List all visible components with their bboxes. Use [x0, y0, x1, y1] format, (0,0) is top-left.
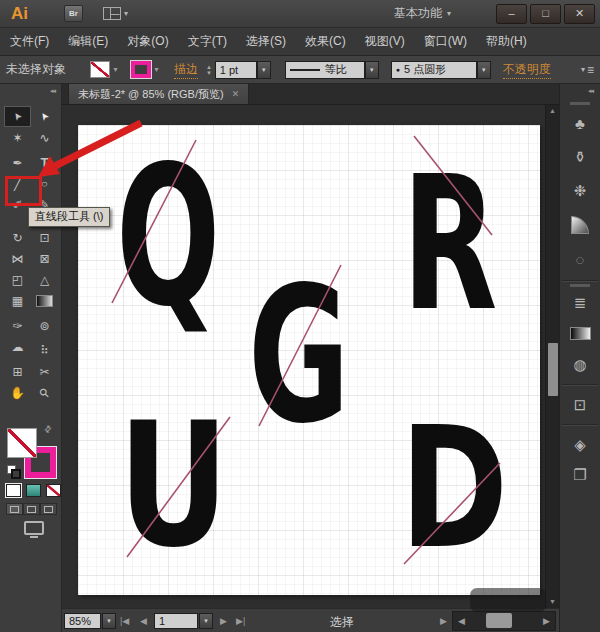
fill-color-proxy[interactable]: [7, 428, 37, 458]
vertical-scroll-thumb[interactable]: [548, 343, 558, 396]
tool-shape-builder[interactable]: ◰: [4, 269, 31, 290]
status-expand-icon[interactable]: ▶: [440, 616, 447, 626]
brush-dropdown[interactable]: ▼: [477, 61, 491, 79]
panel-gradient-quarter[interactable]: [560, 212, 600, 238]
tool-eyedropper[interactable]: ✑: [4, 315, 31, 336]
tool-perspective-grid[interactable]: △: [31, 269, 58, 290]
panel-transparency[interactable]: ◍: [560, 352, 600, 378]
tool-lasso[interactable]: ∿: [31, 127, 58, 148]
stroke-color-swatch[interactable]: [131, 61, 151, 78]
width-profile-select[interactable]: 等比: [285, 61, 365, 79]
collapse-panel-icon[interactable]: ◂◂: [50, 87, 55, 95]
letter-object-g[interactable]: G: [248, 261, 350, 449]
scroll-right-icon[interactable]: ▶: [543, 616, 550, 626]
color-button[interactable]: [6, 484, 21, 497]
control-panel-menu-icon[interactable]: ▾ ≡: [581, 63, 594, 77]
panel-gradient[interactable]: [560, 320, 600, 346]
tool-column-graph[interactable]: ⣦: [31, 336, 58, 357]
menu-type[interactable]: 文字(T): [188, 33, 227, 50]
draw-normal-button[interactable]: [6, 503, 23, 515]
tool-blend[interactable]: ⊚: [31, 315, 58, 336]
chevron-down-icon[interactable]: ▼: [153, 66, 160, 73]
stroke-weight-field[interactable]: 1 pt: [215, 61, 257, 79]
opacity-panel-link[interactable]: 不透明度: [503, 61, 551, 79]
panel-stroke[interactable]: ◌: [560, 246, 600, 272]
minimize-button[interactable]: –: [496, 4, 527, 24]
document-tab[interactable]: 未标题-2* @ 85% (RGB/预览) ✕: [68, 84, 249, 104]
menu-object[interactable]: 对象(O): [127, 33, 168, 50]
fill-none-swatch[interactable]: [90, 61, 110, 78]
tool-width[interactable]: ⋈: [4, 248, 31, 269]
tab-close-icon[interactable]: ✕: [232, 89, 240, 99]
letter-object-r[interactable]: R: [402, 152, 497, 337]
profile-dropdown[interactable]: ▼: [365, 61, 379, 79]
mesh-icon: ▦: [12, 294, 23, 308]
stroke-weight-stepper[interactable]: ▲▼: [206, 64, 212, 76]
swap-fill-stroke-icon[interactable]: ⇄: [42, 423, 54, 435]
tool-hand[interactable]: ✋: [4, 382, 31, 403]
vertical-scrollbar[interactable]: ▲ ▼: [545, 105, 559, 608]
arrange-documents-icon[interactable]: ▾: [103, 7, 128, 20]
tool-symbol-sprayer[interactable]: ☁: [4, 336, 31, 357]
next-artboard-button[interactable]: ▶: [220, 616, 227, 626]
zoom-dropdown[interactable]: ▼: [102, 613, 116, 629]
panel-artboards[interactable]: ❐: [560, 462, 600, 488]
gradient-button[interactable]: [26, 484, 41, 497]
panel-appearance[interactable]: ≣: [560, 290, 600, 316]
scroll-left-icon[interactable]: ◀: [458, 616, 465, 626]
draw-inside-button[interactable]: [40, 503, 57, 515]
letter-object-d[interactable]: D: [400, 405, 508, 572]
menu-file[interactable]: 文件(F): [10, 33, 49, 50]
close-button[interactable]: ✕: [564, 4, 595, 24]
bridge-icon[interactable]: Br: [64, 5, 83, 22]
menu-edit[interactable]: 编辑(E): [68, 33, 108, 50]
brush-select[interactable]: ● 5 点圆形: [391, 61, 477, 79]
tool-artboard[interactable]: ⊞: [4, 361, 31, 382]
menu-view[interactable]: 视图(V): [365, 33, 405, 50]
scroll-down-icon[interactable]: ▼: [546, 598, 559, 605]
workspace-switcher[interactable]: 基本功能 ▾: [394, 5, 451, 22]
tool-direct-selection[interactable]: ➤: [31, 106, 58, 127]
stroke-weight-dropdown[interactable]: ▼: [257, 61, 271, 79]
panel-transform[interactable]: ⊡: [560, 392, 600, 418]
stroke-panel-link[interactable]: 描边: [174, 61, 198, 79]
tool-type[interactable]: T: [31, 152, 58, 173]
tool-zoom[interactable]: ⚲: [31, 382, 58, 403]
tool-pen[interactable]: ✒: [4, 152, 31, 173]
menu-help[interactable]: 帮助(H): [486, 33, 527, 50]
tool-rotate[interactable]: ↻: [4, 227, 31, 248]
scroll-up-icon[interactable]: ▲: [546, 107, 559, 114]
zoom-level-field[interactable]: 85%: [64, 613, 101, 629]
letter-object-u[interactable]: U: [118, 400, 229, 571]
panel-brushes[interactable]: ⚱: [560, 144, 600, 170]
previous-artboard-button[interactable]: ◀: [140, 616, 147, 626]
artboard-dropdown[interactable]: ▼: [199, 613, 213, 629]
tool-free-transform[interactable]: ⊠: [31, 248, 58, 269]
none-button[interactable]: [46, 484, 61, 497]
tool-scale[interactable]: ⊡: [31, 227, 58, 248]
tool-magic-wand[interactable]: ✶: [4, 127, 31, 148]
tool-mesh[interactable]: ▦: [4, 290, 31, 311]
menu-select[interactable]: 选择(S): [246, 33, 286, 50]
menu-effect[interactable]: 效果(C): [305, 33, 346, 50]
horizontal-scroll-thumb[interactable]: [486, 613, 512, 628]
maximize-button[interactable]: □: [530, 4, 561, 24]
perspective-grid-icon: △: [40, 273, 49, 287]
panel-layers[interactable]: ◈: [560, 432, 600, 458]
tool-selection[interactable]: ➤: [4, 106, 31, 127]
expand-panels-icon[interactable]: ◂◂: [588, 87, 593, 95]
panel-symbols[interactable]: ♣: [560, 110, 600, 136]
panel-swatches[interactable]: ❉: [560, 178, 600, 204]
screen-mode-button[interactable]: [24, 521, 44, 535]
letter-object-q[interactable]: Q: [116, 141, 220, 333]
tool-gradient[interactable]: [31, 290, 58, 311]
draw-behind-button[interactable]: [23, 503, 40, 515]
default-fill-stroke-icon[interactable]: [7, 465, 19, 477]
first-artboard-button[interactable]: |◀: [120, 616, 129, 626]
chevron-down-icon[interactable]: ▼: [112, 66, 119, 73]
last-artboard-button[interactable]: ▶|: [236, 616, 245, 626]
width-tool-icon: ⋈: [12, 252, 24, 266]
menu-window[interactable]: 窗口(W): [424, 33, 467, 50]
artboard-number-field[interactable]: 1: [154, 613, 198, 629]
tool-slice[interactable]: ✂: [31, 361, 58, 382]
